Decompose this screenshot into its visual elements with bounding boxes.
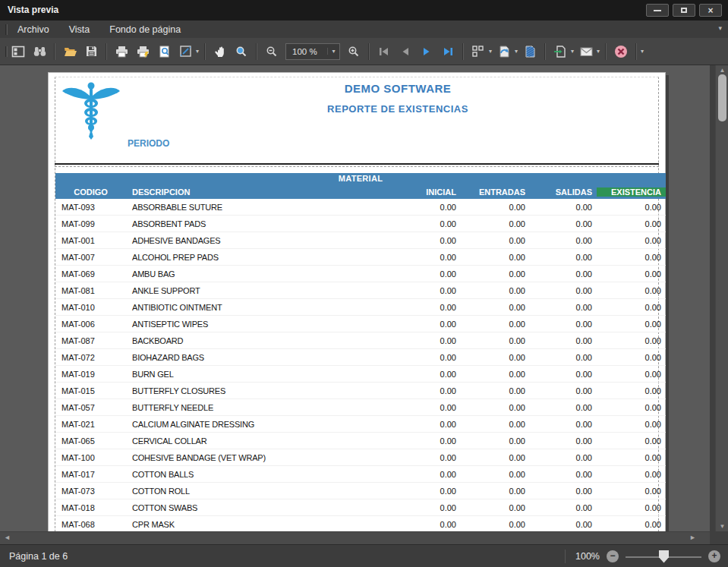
stock-table: MATERIAL CODIGO DESCRIPCION INICIAL ENTR… — [55, 173, 666, 531]
table-row: MAT-010 ANTIBIOTIC OINTMENT 0.00 0.00 0.… — [55, 299, 666, 316]
zoom-combo[interactable]: 100 % ▾ — [285, 43, 340, 60]
row-codigo: MAT-100 — [55, 453, 126, 462]
table-row: MAT-093 ABSORBABLE SUTURE 0.00 0.00 0.00… — [55, 199, 666, 216]
menu-archivo[interactable]: Archivo — [8, 22, 59, 37]
statusbar-separator — [565, 550, 566, 563]
menu-vista[interactable]: Vista — [59, 22, 100, 37]
row-salidas: 0.00 — [530, 336, 597, 345]
header-separator-dash — [55, 166, 659, 167]
document-rotate-button[interactable] — [494, 42, 514, 61]
zoom-combo-dropdown-icon[interactable]: ▾ — [327, 48, 339, 55]
print-icon — [115, 45, 129, 58]
toolbar-grip[interactable] — [5, 46, 8, 57]
maximize-button[interactable] — [673, 4, 695, 17]
row-salidas: 0.00 — [530, 303, 597, 312]
email-button[interactable] — [576, 42, 596, 61]
panels-button[interactable] — [8, 42, 28, 61]
row-salidas: 0.00 — [530, 470, 597, 479]
row-descripcion: BUTTERFLY NEEDLE — [126, 403, 403, 412]
page-indicator: Página 1 de 6 — [9, 551, 68, 562]
row-codigo: MAT-099 — [55, 219, 126, 228]
search-button[interactable] — [30, 42, 49, 61]
report-page: DEMO SOFTWARE REPORTE DE EXISTENCIAS PER… — [48, 72, 666, 531]
row-existencia: 0.00 — [597, 370, 666, 379]
scroll-down-icon[interactable]: ▼ — [716, 523, 728, 530]
export-dropdown-icon[interactable]: ▾ — [571, 48, 574, 55]
page-scale-button[interactable] — [175, 42, 195, 61]
vertical-scrollbar-thumb[interactable] — [718, 74, 726, 121]
row-entradas: 0.00 — [461, 470, 530, 479]
table-row: MAT-087 BACKBOARD 0.00 0.00 0.00 0.00 — [55, 332, 666, 349]
minimize-button[interactable] — [646, 4, 669, 17]
window-title: Vista previa — [8, 5, 58, 15]
row-salidas: 0.00 — [530, 520, 597, 529]
row-inicial: 0.00 — [403, 236, 461, 245]
zoom-select-button[interactable] — [232, 42, 251, 61]
zoom-decrease-button[interactable]: − — [607, 550, 619, 562]
scroll-right-icon[interactable]: ► — [689, 534, 696, 541]
toolbar-overflow-icon[interactable]: ▾ — [641, 48, 644, 55]
zoom-slider-thumb[interactable] — [659, 550, 669, 563]
zoom-in-button[interactable] — [344, 42, 364, 61]
print-button[interactable] — [112, 42, 131, 61]
print-preview-button[interactable] — [154, 42, 174, 61]
hand-tool-button[interactable] — [210, 42, 230, 61]
row-inicial: 0.00 — [403, 453, 461, 462]
row-descripcion: ABSORBENT PADS — [126, 219, 403, 228]
watermark-button[interactable] — [520, 42, 540, 61]
row-existencia: 0.00 — [597, 203, 666, 212]
quick-print-button[interactable] — [133, 42, 153, 61]
close-button[interactable]: × — [699, 4, 722, 17]
scroll-up-icon[interactable]: ▲ — [716, 67, 728, 74]
row-codigo: MAT-057 — [55, 403, 126, 412]
row-salidas: 0.00 — [530, 219, 597, 228]
zoom-slider[interactable] — [626, 550, 701, 563]
row-salidas: 0.00 — [530, 236, 597, 245]
table-row: MAT-018 COTTON SWABS 0.00 0.00 0.00 0.00 — [55, 499, 666, 516]
zoom-increase-button[interactable]: + — [708, 550, 720, 562]
table-row: MAT-068 CPR MASK 0.00 0.00 0.00 0.00 — [55, 516, 666, 531]
row-inicial: 0.00 — [403, 436, 461, 446]
page-scale-dropdown-icon[interactable]: ▾ — [196, 48, 199, 55]
table-row: MAT-099 ABSORBENT PADS 0.00 0.00 0.00 0.… — [55, 216, 666, 232]
last-page-button[interactable] — [438, 42, 458, 61]
menubar-overflow-icon[interactable]: ▾ — [718, 24, 722, 32]
row-entradas: 0.00 — [461, 320, 530, 329]
scroll-left-icon[interactable]: ◄ — [4, 534, 11, 541]
multipage-view-button[interactable] — [468, 42, 488, 61]
row-codigo: MAT-068 — [55, 520, 126, 529]
zoom-in-icon — [347, 45, 361, 58]
zoom-out-button[interactable] — [262, 42, 282, 61]
email-dropdown-icon[interactable]: ▾ — [597, 48, 600, 55]
col-header-entradas: ENTRADAS — [461, 187, 530, 197]
row-codigo: MAT-015 — [55, 386, 126, 395]
row-entradas: 0.00 — [461, 503, 530, 512]
document-rotate-dropdown-icon[interactable]: ▾ — [515, 48, 518, 55]
row-entradas: 0.00 — [461, 420, 530, 429]
period-label: PERIODO — [128, 138, 169, 149]
row-salidas: 0.00 — [530, 487, 597, 496]
open-file-button[interactable] — [60, 42, 80, 61]
vertical-scrollbar[interactable]: ▲ ▼ — [715, 65, 728, 531]
next-page-button[interactable] — [417, 42, 436, 61]
multipage-dropdown-icon[interactable]: ▾ — [489, 48, 492, 55]
zoom-select-icon — [235, 45, 248, 58]
titlebar: Vista previa × — [0, 0, 728, 20]
row-descripcion: COTTON BALLS — [126, 470, 403, 479]
row-salidas: 0.00 — [530, 403, 597, 412]
row-descripcion: BURN GEL — [126, 370, 403, 379]
first-page-button[interactable] — [374, 42, 394, 61]
save-button[interactable] — [81, 42, 101, 61]
menu-fondo-de-pagina[interactable]: Fondo de página — [99, 22, 191, 37]
horizontal-scrollbar[interactable]: ◄ ► — [0, 531, 710, 544]
export-button[interactable] — [550, 42, 570, 61]
prev-page-icon — [400, 46, 411, 57]
row-codigo: MAT-006 — [55, 320, 126, 329]
prev-page-button[interactable] — [396, 42, 415, 61]
row-salidas: 0.00 — [530, 353, 597, 362]
row-descripcion: ABSORBABLE SUTURE — [126, 203, 403, 212]
close-preview-button[interactable] — [611, 42, 631, 61]
table-row: MAT-015 BUTTERFLY CLOSURES 0.00 0.00 0.0… — [55, 383, 666, 399]
row-inicial: 0.00 — [403, 320, 461, 329]
row-entradas: 0.00 — [461, 370, 530, 379]
